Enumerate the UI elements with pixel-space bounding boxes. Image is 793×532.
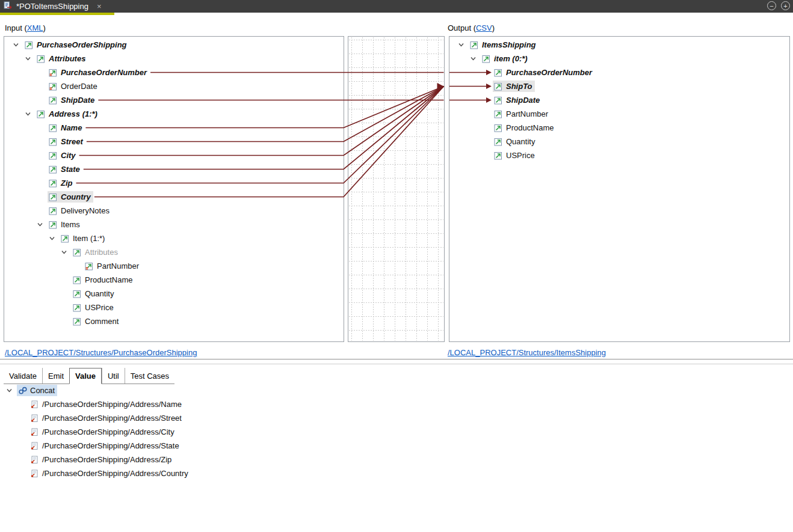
element-icon xyxy=(49,151,58,160)
output-header-prefix: Output ( xyxy=(448,23,476,32)
node-label: ProductName xyxy=(506,123,554,132)
node: Attributes xyxy=(72,246,120,258)
output-format-link[interactable]: CSV xyxy=(476,23,492,32)
tree-row-quantity[interactable]: Quantity xyxy=(449,135,789,148)
function-icon xyxy=(18,387,28,395)
tab-value[interactable]: Value xyxy=(69,368,102,384)
tree-row-productname[interactable]: ProductName xyxy=(4,273,344,287)
function-arg-row[interactable]: /PurchaseOrderShipping/Address/State xyxy=(0,439,793,453)
node: ShipDate xyxy=(48,94,97,106)
highlighted-node: ShipTo xyxy=(493,81,535,92)
tree-row-item-1[interactable]: Item (1:*) xyxy=(4,231,344,245)
tree-row-usprice[interactable]: USPrice xyxy=(4,301,344,314)
node-label: Street xyxy=(61,137,83,146)
tree-row-concat[interactable]: Concat xyxy=(0,384,793,397)
function-arg-row[interactable]: /PurchaseOrderShipping/Address/Street xyxy=(0,411,793,425)
tree-row-item-0[interactable]: item (0:*) xyxy=(449,52,789,66)
chevron-down-icon[interactable] xyxy=(37,221,49,228)
node: Address (1:*) xyxy=(35,108,100,120)
node-label: ShipTo xyxy=(506,82,532,91)
close-icon[interactable]: × xyxy=(97,2,102,10)
chevron-down-icon[interactable] xyxy=(49,235,61,242)
attribute-icon xyxy=(49,82,58,91)
tree-row-purchaseordernumber[interactable]: PurchaseOrderNumber xyxy=(449,66,789,79)
tree-row-comment[interactable]: Comment xyxy=(4,314,344,328)
node-label: Zip xyxy=(61,179,73,188)
tab-util[interactable]: Util xyxy=(102,368,125,384)
node: Comment xyxy=(72,316,121,327)
element-icon xyxy=(37,55,46,63)
tree-row-usprice[interactable]: USPrice xyxy=(449,148,789,162)
tree-row-purchaseordershipping[interactable]: PurchaseOrderShipping xyxy=(4,38,344,52)
chevron-down-icon[interactable] xyxy=(25,55,37,62)
value-icon xyxy=(30,400,40,409)
tree-row-attributes[interactable]: Attributes xyxy=(4,245,344,259)
input-structure-link[interactable]: /LOCAL_PROJECT/Structures/PurchaseOrderS… xyxy=(5,348,197,357)
node-label: ItemsShipping xyxy=(482,40,536,49)
tree-row-orderdate[interactable]: OrderDate xyxy=(4,79,344,93)
tab-test-cases[interactable]: Test Cases xyxy=(125,368,174,384)
tab-validate[interactable]: Validate xyxy=(4,368,42,384)
tree-row-shipdate[interactable]: ShipDate xyxy=(449,93,789,107)
chevron-down-icon[interactable] xyxy=(6,387,18,394)
tree-row-country[interactable]: Country xyxy=(4,190,344,204)
function-arg-row[interactable]: /PurchaseOrderShipping/Address/Country xyxy=(0,466,793,480)
chevron-down-icon[interactable] xyxy=(458,41,470,48)
chevron-down-icon[interactable] xyxy=(13,41,25,48)
maximize-icon[interactable]: + xyxy=(781,1,790,10)
chevron-down-icon[interactable] xyxy=(61,249,73,255)
tree-row-purchaseordernumber[interactable]: PurchaseOrderNumber xyxy=(4,66,344,79)
tree-row-attributes[interactable]: Attributes xyxy=(4,52,344,66)
chevron-down-icon[interactable] xyxy=(25,111,37,117)
value-icon xyxy=(30,469,40,478)
input-header: Input (XML) xyxy=(5,23,46,32)
function-arg-row[interactable]: /PurchaseOrderShipping/Address/City xyxy=(0,425,793,439)
node: PartNumber xyxy=(84,260,141,272)
tab-emit[interactable]: Emit xyxy=(42,368,69,384)
horizontal-splitter[interactable] xyxy=(0,359,793,359)
tree-row-items[interactable]: Items xyxy=(4,218,344,231)
element-icon xyxy=(494,96,504,105)
mapping-canvas[interactable] xyxy=(348,36,445,342)
tree-row-partnumber[interactable]: PartNumber xyxy=(4,259,344,273)
element-icon xyxy=(25,41,34,49)
function-arg-path: /PurchaseOrderShipping/Address/Name xyxy=(42,400,182,409)
tree-row-deliverynotes[interactable]: DeliveryNotes xyxy=(4,204,344,218)
function-arg-row[interactable]: /PurchaseOrderShipping/Address/Name xyxy=(0,397,793,411)
output-structure-link[interactable]: /LOCAL_PROJECT/Structures/ItemsShipping xyxy=(448,348,606,357)
node: USPrice xyxy=(493,150,537,161)
tree-row-productname[interactable]: ProductName xyxy=(449,121,789,135)
element-icon xyxy=(494,124,504,132)
tree-row-name[interactable]: Name xyxy=(4,121,344,135)
tree-row-address-1[interactable]: Address (1:*) xyxy=(4,107,344,121)
element-icon xyxy=(494,151,504,160)
app-window: *POToItemsShipping × − + Input (XML) Out… xyxy=(0,0,793,532)
node-label: OrderDate xyxy=(61,82,97,91)
input-format-link[interactable]: XML xyxy=(27,23,43,32)
chevron-down-icon[interactable] xyxy=(470,55,482,62)
node-label: PartNumber xyxy=(97,261,139,271)
node-label: Attributes xyxy=(85,248,118,257)
tab-title: *POToItemsShipping xyxy=(16,2,88,11)
element-icon xyxy=(73,276,82,284)
tree-row-shipto[interactable]: ShipTo xyxy=(449,79,789,93)
node-label: PurchaseOrderShipping xyxy=(37,40,127,49)
document-tab[interactable]: *POToItemsShipping × xyxy=(0,0,108,13)
element-icon xyxy=(49,138,58,146)
node: DeliveryNotes xyxy=(48,205,112,216)
element-icon xyxy=(49,96,58,105)
function-arg-row[interactable]: /PurchaseOrderShipping/Address/Zip xyxy=(0,453,793,466)
tree-row-city[interactable]: City xyxy=(4,148,344,162)
tree-row-zip[interactable]: Zip xyxy=(4,176,344,190)
active-tab-underline xyxy=(0,13,114,15)
minimize-icon[interactable]: − xyxy=(767,1,776,10)
tree-row-quantity[interactable]: Quantity xyxy=(4,287,344,301)
tree-row-itemsshipping[interactable]: ItemsShipping xyxy=(449,38,789,52)
tree-row-shipdate[interactable]: ShipDate xyxy=(4,93,344,107)
node-label: PartNumber xyxy=(506,109,548,118)
tree-row-state[interactable]: State xyxy=(4,162,344,176)
element-icon xyxy=(470,41,480,49)
tree-row-street[interactable]: Street xyxy=(4,135,344,148)
tree-row-partnumber[interactable]: PartNumber xyxy=(449,107,789,121)
output-tree-panel: ItemsShippingitem (0:*)PurchaseOrderNumb… xyxy=(449,36,790,342)
